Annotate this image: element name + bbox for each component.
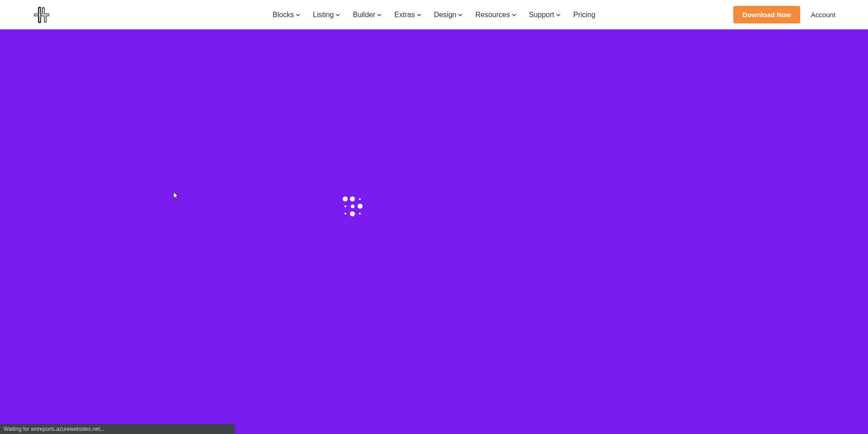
nav-label: Pricing bbox=[573, 11, 595, 19]
nav-label: Blocks bbox=[273, 11, 294, 19]
chevron-down-icon bbox=[512, 13, 516, 17]
status-bar: Waiting for wnreports.azurewebsites.net.… bbox=[0, 424, 235, 434]
nav-label: Listing bbox=[313, 11, 334, 19]
spinner-dot bbox=[344, 205, 346, 207]
logo-icon bbox=[33, 6, 51, 24]
nav-label: Support bbox=[529, 11, 554, 19]
download-button[interactable]: Download Now bbox=[733, 6, 800, 23]
loading-spinner bbox=[343, 196, 363, 216]
nav-item-extras[interactable]: Extras bbox=[394, 11, 421, 19]
status-text: Waiting for wnreports.azurewebsites.net.… bbox=[4, 426, 104, 432]
chevron-down-icon bbox=[417, 13, 421, 17]
chevron-down-icon bbox=[377, 13, 382, 17]
logo[interactable] bbox=[33, 6, 51, 24]
spinner-dot bbox=[358, 204, 363, 209]
chevron-down-icon bbox=[458, 13, 462, 17]
main-header: Blocks Listing Builder Extras Design bbox=[0, 0, 868, 29]
chevron-down-icon bbox=[556, 13, 561, 17]
cursor-icon bbox=[174, 192, 179, 200]
nav-item-blocks[interactable]: Blocks bbox=[273, 11, 300, 19]
spinner-dot bbox=[351, 205, 354, 208]
nav-item-design[interactable]: Design bbox=[434, 11, 463, 19]
nav-label: Extras bbox=[394, 11, 415, 19]
nav-item-pricing[interactable]: Pricing bbox=[573, 11, 595, 19]
spinner-dot bbox=[343, 196, 348, 201]
nav-item-support[interactable]: Support bbox=[529, 11, 561, 19]
spinner-dot bbox=[350, 196, 355, 201]
nav-item-resources[interactable]: Resources bbox=[475, 11, 516, 19]
nav-label: Resources bbox=[475, 11, 509, 19]
main-nav: Blocks Listing Builder Extras Design bbox=[273, 11, 595, 19]
nav-label: Design bbox=[434, 11, 457, 19]
svg-rect-0 bbox=[38, 7, 41, 23]
header-actions: Download Now Account bbox=[733, 6, 835, 23]
chevron-down-icon bbox=[296, 13, 300, 17]
spinner-dot bbox=[344, 213, 346, 215]
nav-label: Builder bbox=[353, 11, 375, 19]
chevron-down-icon bbox=[335, 13, 340, 17]
spinner-dot bbox=[359, 198, 361, 200]
spinner-dot bbox=[359, 213, 361, 215]
account-link[interactable]: Account bbox=[811, 11, 835, 19]
spinner-dot bbox=[350, 211, 355, 216]
main-content: Waiting for wnreports.azurewebsites.net.… bbox=[0, 29, 868, 434]
nav-item-builder[interactable]: Builder bbox=[353, 11, 382, 19]
nav-item-listing[interactable]: Listing bbox=[313, 11, 340, 19]
